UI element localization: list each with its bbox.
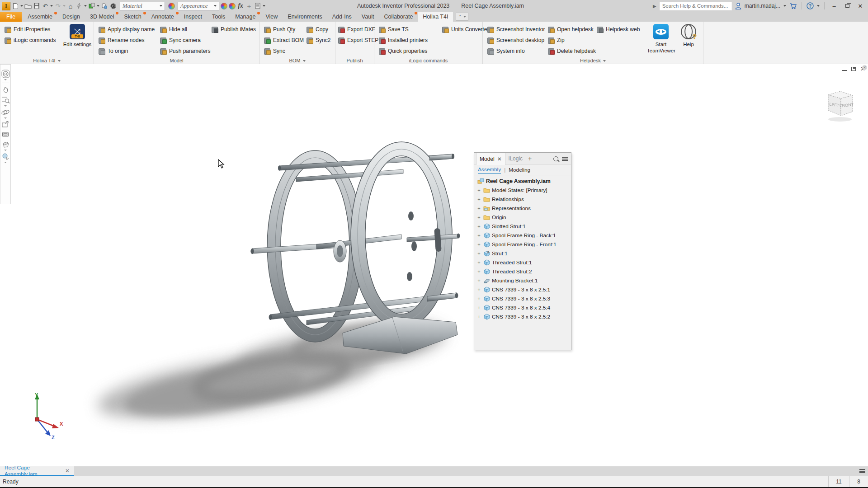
tab-assemble[interactable]: Assemble — [23, 12, 57, 22]
quick-properties-button[interactable]: Quick properties — [378, 46, 434, 56]
component-color-icon[interactable] — [88, 2, 95, 10]
tree-node-model-states[interactable]: +Model States: [Primary] — [474, 186, 571, 195]
expand-icon[interactable]: + — [476, 233, 481, 238]
browser-tab-ilogic[interactable]: iLogic — [505, 153, 526, 165]
viewport-canvas[interactable]: ✕ LEFT FRONT ✕ Model ✕ iLog — [0, 64, 868, 466]
tree-node-spool-frame-ring-back[interactable]: +Spool Frame Ring - Back:1 — [474, 231, 571, 240]
redo-icon[interactable]: ↷ — [54, 2, 61, 10]
doc-options-dropdown[interactable] — [263, 5, 265, 7]
expand-icon[interactable]: + — [476, 260, 481, 265]
tab-inspect[interactable]: Inspect — [179, 12, 207, 22]
export-step-button[interactable]: Export STEP — [337, 35, 374, 45]
expand-icon[interactable]: + — [476, 251, 481, 256]
tree-node-cns-7339-4[interactable]: +CNS 7339 - 3 x 8 x 2.5:4 — [474, 303, 571, 312]
tree-node-threaded-strut-1[interactable]: +Threaded Strut:1 — [474, 258, 571, 267]
tree-node-cns-7339-1[interactable]: +CNS 7339 - 3 x 8 x 2.5:1 — [474, 285, 571, 294]
push-qty-button[interactable]: Push Qty — [263, 24, 303, 34]
tab-view[interactable]: View — [260, 12, 283, 22]
component-color-dropdown[interactable] — [97, 5, 99, 7]
browser-add-tab-icon[interactable]: + — [526, 155, 534, 162]
save-icon[interactable] — [33, 2, 40, 10]
open-file-icon[interactable] — [24, 2, 32, 10]
browser-search-icon[interactable] — [553, 156, 558, 161]
inventor-app-icon[interactable]: I — [2, 2, 10, 10]
redo-dropdown[interactable] — [63, 5, 66, 7]
document-tab-close-icon[interactable]: ✕ — [65, 468, 70, 474]
panel-label-holixa[interactable]: Holixa T4I — [0, 58, 94, 63]
help-dropdown[interactable] — [817, 5, 820, 7]
push-parameters-button[interactable]: Push parameters — [159, 46, 212, 56]
extract-bom-button[interactable]: Extract BOM — [263, 35, 305, 45]
navbar-close-icon[interactable]: ✕ — [862, 65, 867, 70]
user-avatar-icon[interactable] — [735, 3, 741, 9]
expand-icon[interactable]: + — [476, 224, 481, 229]
tree-node-spool-frame-ring-front[interactable]: +Spool Frame Ring - Front:1 — [474, 240, 571, 249]
expand-icon[interactable]: + — [476, 242, 481, 247]
select-icon[interactable] — [101, 2, 108, 10]
export-dxf-button[interactable]: Export DXF — [337, 24, 373, 34]
restore-button[interactable] — [842, 1, 852, 10]
user-name[interactable]: martin.madaj... — [745, 3, 780, 9]
tree-node-representations[interactable]: +Representations — [474, 204, 571, 213]
expand-icon[interactable]: + — [476, 188, 481, 193]
screenshot-desktop-button[interactable]: Screenshot desktop — [486, 35, 545, 45]
hide-all-button[interactable]: Hide all — [159, 24, 206, 34]
open-helpdesk-button[interactable]: Open helpdesk — [547, 24, 594, 34]
help-icon[interactable]: ? — [807, 2, 814, 9]
tree-node-cns-7339-2[interactable]: +CNS 7339 - 3 x 8 x 2.5:2 — [474, 312, 571, 321]
view-cube[interactable]: LEFT FRONT — [822, 88, 858, 123]
appearance-combo[interactable]: Appearance — [178, 2, 219, 10]
panel-label-model[interactable]: Model — [94, 58, 259, 63]
expand-icon[interactable]: + — [476, 314, 481, 319]
rename-nodes-button[interactable]: Rename nodes — [98, 35, 161, 45]
tab-design[interactable]: Design — [57, 12, 85, 22]
edit-settings-button[interactable]: Edit settings — [62, 24, 92, 48]
home-icon[interactable]: ⌂ — [67, 2, 74, 10]
edit-iproperties-button[interactable]: Edit iProperties — [4, 24, 61, 34]
expand-icon[interactable]: + — [476, 215, 481, 220]
apply-display-name-button[interactable]: Apply display name — [98, 24, 161, 34]
browser-tab-model[interactable]: Model ✕ — [476, 153, 505, 165]
expand-icon[interactable]: + — [476, 305, 481, 310]
save-ts-button[interactable]: Save TS — [378, 24, 416, 34]
undo-icon[interactable]: ↶ — [42, 2, 49, 10]
tab-annotate[interactable]: Annotate — [146, 12, 179, 22]
tab-add-ins[interactable]: Add-Ins — [327, 12, 357, 22]
panel-label-ilogic-commands[interactable]: iLogic commands — [374, 58, 482, 63]
publish-imates-button[interactable]: Publish iMates — [211, 24, 258, 34]
sync-button[interactable]: Sync — [263, 46, 295, 56]
panel-label-publish[interactable]: Publish — [335, 58, 374, 63]
zip-button[interactable]: Zip — [547, 35, 570, 45]
tab-3d-model[interactable]: 3D Model — [85, 12, 119, 22]
copy-button[interactable]: Copy — [306, 24, 333, 34]
new-file-icon[interactable] — [12, 2, 19, 10]
tree-node-slotted-strut[interactable]: +Slotted Strut:1 — [474, 222, 571, 231]
new-file-dropdown[interactable] — [20, 5, 23, 7]
ribbon-display-options[interactable]: ⌃ — [456, 13, 468, 21]
tree-root-node[interactable]: Reel Cage Assembly.iam — [474, 177, 571, 186]
undo-dropdown[interactable] — [50, 5, 53, 7]
tab-holixa-t4i[interactable]: Holixa T4I — [418, 12, 453, 22]
search-input[interactable] — [660, 2, 732, 10]
system-info-button[interactable]: System info — [486, 46, 532, 56]
expand-icon[interactable]: + — [476, 269, 481, 274]
expand-icon[interactable]: + — [476, 287, 481, 292]
tree-node-strut-grounded[interactable]: +Strut:1 — [474, 249, 571, 258]
tab-environments[interactable]: Environments — [283, 12, 327, 22]
search-expand-arrow[interactable]: ▶ — [653, 4, 656, 9]
tree-node-origin[interactable]: +Origin — [474, 213, 571, 222]
expand-icon[interactable]: + — [476, 206, 481, 211]
doc-restore-icon[interactable] — [851, 67, 856, 71]
subtab-assembly[interactable]: Assembly — [478, 166, 501, 174]
doc-minimize-icon[interactable] — [842, 67, 847, 71]
add-qat-icon[interactable]: + — [245, 2, 253, 10]
start-teamviewer-button[interactable]: Start TeamViewer — [646, 24, 675, 54]
render-icon[interactable] — [109, 2, 117, 10]
tree-node-relationships[interactable]: +Relationships — [474, 195, 571, 204]
sync2-button[interactable]: Sync2 — [306, 35, 334, 45]
to-origin-button[interactable]: To origin — [98, 46, 161, 56]
adjust-appearance-icon[interactable] — [221, 3, 227, 9]
tab-tools[interactable]: Tools — [207, 12, 230, 22]
expand-icon[interactable]: + — [476, 296, 481, 301]
update-icon[interactable] — [75, 2, 83, 10]
